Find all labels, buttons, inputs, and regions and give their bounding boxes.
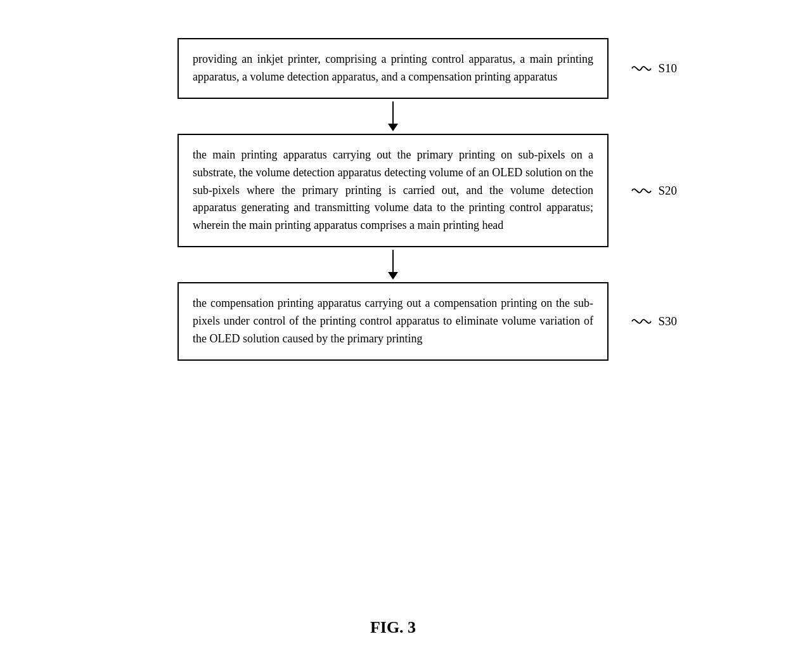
step-label-text-s30: S30 [658,312,677,330]
bracket-squiggle-s10 [629,56,654,81]
diagram-container: providing an inkjet printer, comprising … [0,0,786,672]
step-text-s20: the main printing apparatus carrying out… [193,148,593,232]
bracket-squiggle-s20 [629,178,654,204]
step-box-s10: providing an inkjet printer, comprising … [177,38,609,99]
bracket-squiggle-s30 [629,309,654,334]
step-label-s30: S30 [629,309,677,334]
step-row-s20: the main printing apparatus carrying out… [0,134,786,247]
arrow-line-1 [392,101,394,124]
step-label-s10: S10 [629,56,677,81]
step-text-s30: the compensation printing apparatus carr… [193,297,593,345]
arrow-down-1 [388,101,398,131]
step-label-text-s10: S10 [658,59,677,77]
step-text-s10: providing an inkjet printer, comprising … [193,53,593,83]
arrow-line-2 [392,250,394,272]
arrow-connector-1 [177,99,609,134]
step-box-s20: the main printing apparatus carrying out… [177,134,609,247]
step-label-text-s20: S20 [658,181,677,200]
arrow-connector-2 [177,247,609,282]
figure-caption: FIG. 3 [370,618,416,637]
step-row-s10: providing an inkjet printer, comprising … [0,38,786,99]
arrow-down-2 [388,250,398,280]
step-box-s30: the compensation printing apparatus carr… [177,282,609,361]
step-label-s20: S20 [629,178,677,204]
arrowhead-1 [388,124,398,131]
step-row-s30: the compensation printing apparatus carr… [0,282,786,361]
arrowhead-2 [388,272,398,280]
